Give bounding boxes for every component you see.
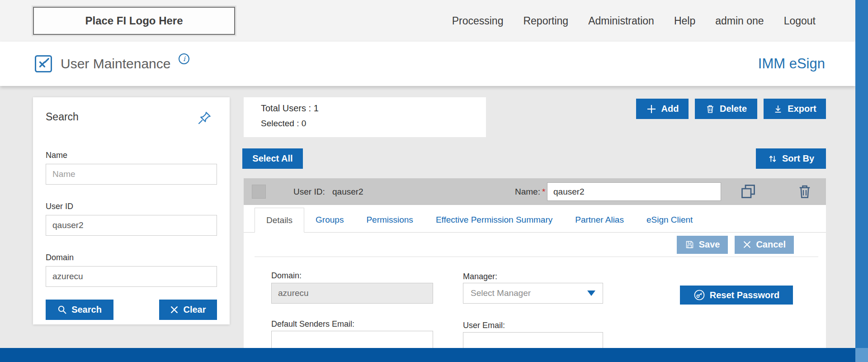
tab-effective-permission-summary[interactable]: Effective Permission Summary [425,207,564,232]
cancel-x-icon [743,240,751,249]
name-field-label: Name:* [515,187,545,197]
detail-tabs: Details Groups Permissions Effective Per… [244,205,826,233]
add-user-button[interactable]: Add [636,99,689,119]
form-domain-input [271,283,433,304]
manager-select[interactable]: Select Manager [463,283,603,304]
plus-icon [646,104,657,114]
search-domain-input[interactable] [46,266,217,287]
delete-button-label: Delete [720,104,747,114]
save-button[interactable]: Save [677,236,728,254]
user-name-input[interactable] [547,182,721,201]
required-asterisk: * [542,187,545,196]
save-cancel-row: Save Cancel [255,233,818,257]
sort-by-label: Sort By [782,153,814,164]
form-manager-label: Manager: [463,272,497,281]
default-senders-email-input[interactable] [271,331,433,348]
sort-by-button[interactable]: Sort By [756,148,826,169]
nav-item-processing[interactable]: Processing [452,15,504,27]
nav-item-administration[interactable]: Administration [588,15,654,27]
vertical-scrollbar[interactable] [855,0,868,362]
sort-arrows-icon [768,154,778,164]
search-panel-header: Search [46,111,217,125]
export-button-label: Export [788,104,816,114]
total-users-count: Total Users : 1 [261,103,486,114]
nav-item-reporting[interactable]: Reporting [523,15,568,27]
reset-password-label: Reset Password [710,290,780,300]
delete-row-icon[interactable] [797,183,813,200]
user-row: User ID: qauser2 Name:* [244,178,826,205]
nav-item-help[interactable]: Help [674,15,695,27]
clear-button[interactable]: Clear [159,300,217,320]
tab-esign-client[interactable]: eSign Client [635,207,704,232]
user-toolbar: Add Delete Export [636,99,826,119]
delete-user-button[interactable]: Delete [695,99,757,119]
page-title: User Maintenance [61,56,170,71]
clear-x-icon [170,305,179,314]
cancel-button-label: Cancel [756,239,786,250]
trash-icon [705,104,715,114]
search-actions: Search Clear [46,300,217,320]
info-icon[interactable]: i [179,53,189,64]
select-all-button[interactable]: Select All [242,148,303,169]
page-header: User Maintenance i IMM eSign [0,42,855,86]
tab-groups[interactable]: Groups [304,207,355,232]
header-title-group: User Maintenance i [34,42,189,86]
magnifier-icon [57,305,67,314]
scrollbar-thumb[interactable] [855,348,868,362]
select-all-label: Select All [252,153,292,164]
summary-card: Total Users : 1 Selected : 0 [244,97,486,137]
user-email-label: User Email: [463,321,505,330]
topbar: Place FI Logo Here Processing Reporting … [0,0,855,42]
user-detail-panel: User ID: qauser2 Name:* Details Groups P… [244,178,826,348]
fi-logo-placeholder: Place FI Logo Here [33,7,235,35]
copy-user-icon[interactable] [740,183,756,200]
tab-permissions[interactable]: Permissions [355,207,424,232]
fi-logo-text: Place FI Logo Here [85,14,183,27]
key-circle-icon [693,289,705,301]
chevron-down-icon [587,291,595,296]
name-label: Name [46,151,217,160]
search-panel-title: Search [46,111,79,123]
tab-partner-alias[interactable]: Partner Alias [564,207,635,232]
search-button[interactable]: Search [46,300,113,320]
search-name-input[interactable] [46,164,217,185]
user-maintenance-page: Place FI Logo Here Processing Reporting … [0,0,868,362]
user-email-input[interactable] [463,332,603,348]
product-brand: IMM eSign [758,42,825,86]
domain-label: Domain [46,253,217,262]
default-senders-email-label: Default Senders Email: [271,319,354,329]
form-domain-label: Domain: [271,271,302,281]
user-id-field-label: User ID: [293,187,325,197]
name-label-text: Name: [515,187,540,196]
save-button-label: Save [699,239,720,250]
nav-item-admin-one[interactable]: admin one [715,15,764,27]
top-navigation: Processing Reporting Administration Help… [452,0,816,42]
download-icon [773,104,783,114]
tab-details[interactable]: Details [255,208,304,233]
reset-password-button[interactable]: Reset Password [680,286,793,305]
pin-icon[interactable] [197,111,212,125]
nav-item-logout[interactable]: Logout [784,15,816,27]
user-id-value: qauser2 [332,187,363,197]
esign-document-icon [34,55,52,73]
clear-button-label: Clear [183,305,206,315]
search-panel: Search Name User ID Domain Search [33,97,230,324]
user-row-checkbox[interactable] [252,185,266,199]
add-button-label: Add [661,104,679,114]
save-floppy-icon [685,240,694,249]
cancel-button[interactable]: Cancel [735,236,794,254]
footer-bar [0,348,855,362]
search-button-label: Search [71,305,102,315]
export-button[interactable]: Export [764,99,826,119]
user-id-label: User ID [46,202,217,211]
selected-count: Selected : 0 [261,119,486,129]
search-user-id-input[interactable] [46,215,217,236]
manager-select-value: Select Manager [471,288,587,298]
